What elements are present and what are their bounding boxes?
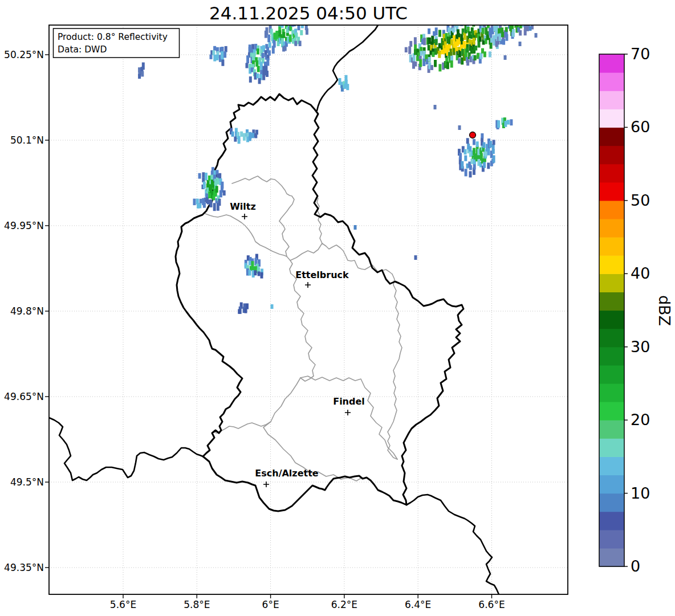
city-label: Findel — [333, 396, 365, 407]
radar-echo-cell — [240, 132, 243, 137]
radar-echo-cell — [493, 140, 495, 145]
radar-echo-cell — [473, 18, 476, 25]
radar-echo-cell — [300, 30, 303, 35]
radar-echo-cell — [450, 56, 453, 60]
page-title: 24.11.2025 04:50 UTC — [209, 3, 408, 23]
radar-echo-our-valley-cell — [339, 75, 349, 92]
radar-echo-cell — [141, 71, 144, 77]
radar-echo-cell — [464, 156, 467, 161]
radar-echo-wiltz-cluster-sw — [193, 198, 206, 209]
radar-echo-cell — [498, 34, 501, 41]
country-borders — [49, 25, 499, 594]
radar-echo-cell — [471, 17, 474, 22]
radar-echo-cell — [210, 55, 213, 59]
radar-echo-cell — [481, 133, 483, 138]
radar-echo-cell — [262, 74, 265, 80]
radar-echo-cell — [245, 308, 247, 313]
radar-echo-cell — [483, 51, 486, 57]
country-border-belgium-france — [49, 418, 203, 480]
radar-echo-cell — [419, 59, 422, 67]
colorbar-band — [599, 146, 624, 165]
colorbar-band — [599, 274, 624, 292]
radar-echo-cell — [487, 19, 490, 25]
colorbar-band — [599, 530, 624, 549]
radar-echo-speck — [504, 55, 507, 60]
radar-echo-cell — [492, 144, 495, 150]
radar-echo-cell — [501, 32, 504, 37]
colorbar-band — [599, 456, 624, 475]
x-tick-label: 6.6°E — [478, 599, 505, 610]
radar-echo-speck — [414, 255, 417, 260]
radar-echo-ne-storm-tail — [489, 17, 535, 47]
radar-echo-north-dash — [138, 63, 145, 79]
radar-echo-cell — [238, 136, 241, 144]
radar-echo-speck — [434, 105, 437, 109]
radar-echo-cell — [405, 47, 408, 52]
district-border-center-ns — [279, 221, 315, 381]
radar-echo-cell — [256, 74, 259, 79]
city-plus-icon — [242, 214, 247, 219]
radar-echo-cell — [213, 46, 216, 51]
radar-echo-cell — [216, 55, 219, 60]
radar-echo-cell — [450, 60, 453, 68]
radar-echo-cell — [255, 60, 258, 67]
radar-echo-north-cell-3 — [210, 46, 227, 66]
colorbar-band — [599, 512, 624, 531]
radar-echo-cell — [458, 58, 461, 64]
radar-echo-cell — [469, 146, 471, 152]
radar-echo-cell — [246, 63, 249, 68]
x-tick-label: 6°E — [262, 599, 279, 610]
radar-echo-cell — [479, 53, 482, 59]
radar-echo-cell — [238, 309, 241, 314]
radar-echo-cell — [207, 199, 210, 204]
radar-echo-cell — [269, 42, 271, 48]
radar-echo-cell — [423, 38, 426, 45]
colorbar-band — [599, 493, 624, 512]
colorbar-band — [599, 255, 624, 274]
district-border-wiltz-north — [232, 176, 294, 221]
x-tick-label: 5.8°E — [184, 599, 210, 610]
radar-echo-cell — [493, 156, 495, 163]
radar-echo-cell — [306, 28, 308, 35]
colorbar-band — [599, 91, 624, 109]
radar-echo-cell — [346, 84, 349, 90]
radar-echo-cell — [218, 199, 221, 206]
radar-echo-ne-storm-core — [405, 17, 507, 73]
city-plus-icon — [345, 410, 351, 415]
colorbar-tick-label: 10 — [631, 484, 650, 502]
radar-echo-cell — [532, 17, 535, 25]
y-tick-label: 50.25°N — [4, 49, 44, 60]
radar-echo-cell — [193, 199, 196, 206]
radar-echo-cell — [258, 78, 261, 84]
radar-echo-cell — [428, 57, 431, 62]
colorbar-tick-label: 50 — [631, 191, 650, 209]
colorbar-band — [599, 475, 624, 493]
colorbar-band — [599, 219, 624, 238]
radar-echo-cell — [221, 59, 224, 66]
radar-echo-cell — [461, 161, 463, 169]
radar-echo-cell — [138, 74, 141, 79]
radar-echo-cell — [223, 190, 226, 195]
y-tick-label: 50.1°N — [10, 134, 44, 146]
radar-echo-cell — [294, 41, 297, 46]
radar-echo-cell — [254, 133, 257, 138]
radar-echo-cell — [243, 133, 246, 141]
radar-echo-cell — [482, 142, 485, 148]
radar-echo-cell — [482, 28, 485, 34]
radar-echo-cell — [282, 32, 285, 38]
radar-echo-cell — [266, 71, 269, 77]
district-border-vianden — [317, 198, 322, 243]
radar-echo-cell — [414, 62, 417, 67]
radar-echo-cell — [458, 50, 461, 58]
colorbar-band — [599, 127, 624, 146]
radar-echo-cell — [472, 22, 475, 26]
radar-echo-speck — [271, 304, 274, 309]
country-border-luxembourg — [176, 94, 463, 511]
radar-echo-cell — [217, 178, 219, 185]
radar-echo-cell — [223, 51, 226, 58]
radar-echo-east-cell-small — [495, 117, 513, 129]
radar-echo-cell — [202, 172, 205, 177]
radar-echo-cell — [505, 27, 508, 31]
info-box-product: Product: 0.8° Reflectivity — [58, 32, 168, 42]
radar-echo-speck — [458, 125, 461, 130]
